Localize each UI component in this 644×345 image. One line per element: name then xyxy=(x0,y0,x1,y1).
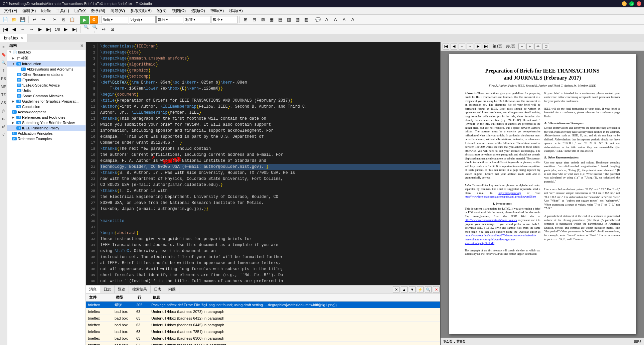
table-btn-2[interactable]: ⊟ xyxy=(250,16,258,24)
sidebar-close-button[interactable]: ✕ xyxy=(80,43,84,48)
text-btn-2[interactable]: A xyxy=(331,16,339,24)
icon-outline[interactable]: ¶ xyxy=(1,68,7,74)
menu-file[interactable]: 文件(F) xyxy=(1,7,20,14)
nav-first-button[interactable]: |◀ xyxy=(1,25,9,33)
section-dropdown[interactable]: 部分 ▾ xyxy=(156,16,183,23)
struct-abbrev[interactable]: H Abbreviations and Acronyms xyxy=(7,67,86,72)
menu-idefix[interactable]: Idefix xyxy=(38,8,53,14)
menu-edit[interactable]: 编辑(E) xyxy=(20,7,38,14)
table-btn-8[interactable]: ▨ xyxy=(302,16,310,24)
struct-latex-advice[interactable]: H \LaTeX-Specific Advice xyxy=(7,83,86,88)
table-btn-1[interactable]: ⊞ xyxy=(241,16,250,24)
console-row-2[interactable]: brieftex bad box 63 Underfull \hbox (bad… xyxy=(86,315,440,322)
cut-button[interactable]: ✂ xyxy=(51,16,59,24)
table-btn-6[interactable]: ▥ xyxy=(285,16,293,24)
console-tab-messages[interactable]: 消息 xyxy=(86,285,100,293)
menu-math[interactable]: 数学(M) xyxy=(89,7,108,14)
table-btn-7[interactable]: ▧ xyxy=(294,16,302,24)
left-delim-dropdown[interactable]: \left( ▾ xyxy=(102,16,128,23)
icon-tz[interactable]: TZ xyxy=(1,92,7,98)
menu-macro[interactable]: 宏(N) xyxy=(154,7,169,14)
struct-other-rec[interactable]: H Other Recommendations xyxy=(7,72,86,77)
struct-mistakes[interactable]: H Some Common Mistakes xyxy=(7,93,86,99)
tab-brief-tex[interactable]: brief.tex ✕ xyxy=(0,34,27,42)
editor-content[interactable]: 1 2 3 4 5 6 7 8 9 10 11 12 13 14 15 16 1 xyxy=(86,42,440,285)
menu-move[interactable]: 移动(H) xyxy=(226,7,246,14)
copy-button[interactable]: ⎘ xyxy=(59,16,67,24)
tab-close-icon[interactable]: ✕ xyxy=(20,36,23,40)
zoom-in-btn[interactable]: 🔍+ xyxy=(91,25,99,33)
struct-pub-principles[interactable]: H Publication Principles xyxy=(7,131,86,136)
nav-prev-button[interactable]: ◀ xyxy=(10,25,18,33)
icon-ps[interactable]: PS xyxy=(1,76,7,82)
menu-tools[interactable]: 工具(L) xyxy=(53,7,72,14)
struct-equations[interactable]: H Equations xyxy=(7,77,86,83)
text-btn-3[interactable]: A xyxy=(340,16,348,24)
compile-run-button[interactable]: ▶ xyxy=(80,16,89,24)
icon-as[interactable]: AS xyxy=(1,100,7,106)
console-row-error[interactable]: brieftex 错误 205 Package pdftex.def Error… xyxy=(86,302,440,308)
console-btn-4[interactable]: ⚡ xyxy=(417,286,424,293)
text-btn-4[interactable]: A xyxy=(349,16,357,24)
nav-last-button[interactable]: ▶| xyxy=(45,25,53,33)
console-row-6[interactable]: brieftex bad box 63 Underfull \hbox (bad… xyxy=(86,342,440,345)
console-tab-log2[interactable]: 日志 xyxy=(151,285,165,293)
struct-introduction[interactable]: ▼ H Introduction xyxy=(7,61,86,67)
pdf-nav-last[interactable]: ▶| xyxy=(70,25,78,33)
minimize-button[interactable]: − xyxy=(622,1,627,6)
redo-button[interactable]: ↪ xyxy=(39,16,47,24)
icon-fx[interactable]: 𝑓𝑥 xyxy=(1,108,7,114)
menu-latex[interactable]: LaTeX xyxy=(72,8,89,14)
console-row-3[interactable]: brieftex bad box 63 Underfull \hbox (bad… xyxy=(86,322,440,328)
menu-help[interactable]: 帮助(H) xyxy=(207,7,226,14)
preview-fit-width[interactable]: ⇔ xyxy=(534,43,541,50)
menu-view[interactable]: 视图(O) xyxy=(169,7,188,14)
preview-sync-back[interactable]: ← xyxy=(459,43,465,50)
struct-acknowledgment[interactable]: H Acknowledgment xyxy=(7,109,86,115)
console-tab-issues[interactable]: 问题 xyxy=(165,285,179,293)
struct-references[interactable]: ▶ H References and Footnotes xyxy=(7,115,86,120)
preview-fit-page[interactable]: ⊡ xyxy=(542,43,549,50)
icon-sqrt[interactable]: √ xyxy=(1,132,7,138)
console-clear-btn[interactable]: ✕ xyxy=(393,286,399,293)
console-btn-5[interactable]: 🔍 xyxy=(425,286,432,293)
struct-conclusion[interactable]: H Conclusion xyxy=(7,104,86,109)
struct-ieee-pub[interactable]: H IEEE Publishing Policy xyxy=(7,125,86,131)
search-back-button[interactable]: ← xyxy=(19,25,27,33)
new-file-button[interactable]: 📄 xyxy=(1,16,9,24)
console-btn-3[interactable]: ▼ xyxy=(409,286,416,293)
comment-btn[interactable]: 💬 xyxy=(314,16,322,24)
struct-submitting[interactable]: ▶ H Submitting Your Brief for Review xyxy=(7,120,86,125)
menu-biblio[interactable]: 参考文献(B) xyxy=(128,7,154,14)
nav-next-button[interactable]: ▶ xyxy=(36,25,44,33)
fit-width-btn[interactable]: ⇔ xyxy=(100,25,108,33)
text-btn-1[interactable]: A xyxy=(323,16,331,24)
console-tab-search[interactable]: 搜索结果 xyxy=(129,285,151,293)
icon-bookmarks[interactable]: 🔖 xyxy=(1,51,7,58)
console-row-1[interactable]: brieftex bad box 63 Underfull \hbox (bad… xyxy=(86,308,440,315)
search-fwd-button[interactable]: → xyxy=(27,25,35,33)
console-tab-log[interactable]: 日志 xyxy=(100,285,115,293)
struct-root-file[interactable]: ▼ 📄 brief.tex xyxy=(7,49,86,55)
fit-page-btn[interactable]: ⊡ xyxy=(108,25,116,33)
code-text-area[interactable]: \documentclass{IEEEtran} \usepackage{cit… xyxy=(98,43,440,283)
icon-structure[interactable]: ≡ xyxy=(1,43,7,49)
preview-zoom-in[interactable]: + xyxy=(526,43,533,50)
struct-ref-examples[interactable]: H Reference Examples xyxy=(7,136,86,141)
undo-button[interactable]: ↩ xyxy=(30,16,38,24)
zoom-out-btn[interactable]: 🔍− xyxy=(82,25,90,33)
struct-units[interactable]: H Units xyxy=(7,88,86,93)
console-btn-2[interactable]: ▲ xyxy=(401,286,408,293)
compile-button[interactable]: ⚙ xyxy=(90,16,98,24)
table-btn-3[interactable]: ⊠ xyxy=(259,16,267,24)
size-dropdown[interactable]: 极小 ▾ xyxy=(211,16,238,23)
close-button[interactable]: ✕ xyxy=(637,1,641,6)
console-row-5[interactable]: brieftex bad box 63 Underfull \hbox (bad… xyxy=(86,335,440,342)
label-dropdown[interactable]: 标签 ▾ xyxy=(184,16,210,23)
preview-sync-fwd[interactable]: → xyxy=(467,43,473,50)
save-file-button[interactable]: 💾 xyxy=(19,16,27,24)
preview-nav-prev[interactable]: ◀ xyxy=(451,43,457,50)
open-file-button[interactable]: 📂 xyxy=(10,16,18,24)
console-row-4[interactable]: brieftex bad box 63 Underfull \hbox (bad… xyxy=(86,328,440,335)
icon-x2[interactable]: x₂ xyxy=(1,116,7,122)
